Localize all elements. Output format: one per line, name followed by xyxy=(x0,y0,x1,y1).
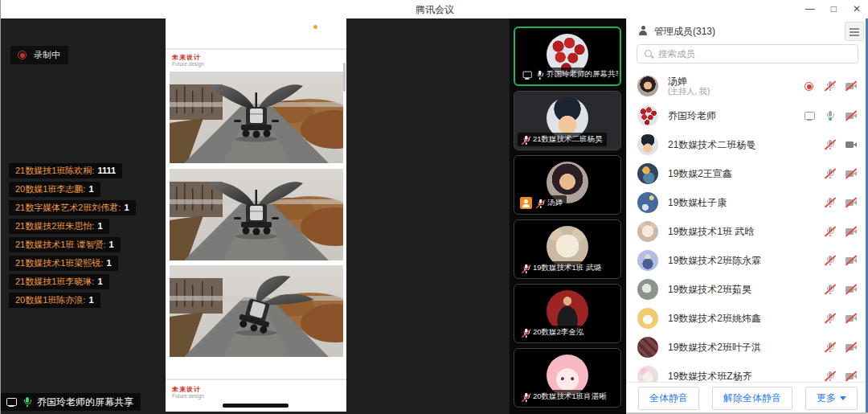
muted-slash xyxy=(845,371,858,381)
share-banner-label: 乔国玲老师的屏幕共享 xyxy=(37,396,133,409)
document-footer-heading: 未来设计 Future design xyxy=(172,386,204,400)
more-label: 更多 xyxy=(817,391,836,405)
chat-message: 21数媒技2班朱思怡1 xyxy=(9,219,109,234)
chat-text: 1 xyxy=(88,295,93,305)
mic-on-icon[interactable] xyxy=(824,110,837,122)
thumbnail-label: 21数媒技术二班杨昊 xyxy=(533,134,603,145)
mic-muted-icon[interactable] xyxy=(824,168,837,180)
tencent-meeting-window: 腾讯会议 — □ ✕ 未来设计 Future design xyxy=(0,0,868,414)
mic-muted-icon[interactable] xyxy=(824,255,837,267)
video-thumbnail[interactable]: 21数媒技术二班杨昊 xyxy=(514,91,621,150)
camera-muted-icon[interactable] xyxy=(845,284,858,296)
avatar xyxy=(637,163,658,184)
mic-muted-icon[interactable] xyxy=(824,139,837,151)
share-banner: 乔国玲老师的屏幕共享 xyxy=(1,393,141,411)
muted-slash xyxy=(845,313,858,323)
member-row[interactable]: 19数媒技术2班叶子淇 xyxy=(627,333,868,362)
chat-message: 21数媒技术1班梁熙锐1 xyxy=(9,256,118,271)
robot-photo-3 xyxy=(170,265,343,357)
member-name: 21数媒技术二班杨曼 xyxy=(668,139,814,150)
page-divider xyxy=(166,48,346,50)
mic-muted-icon xyxy=(521,264,530,273)
chat-message: 21数媒技1班陈欢桐1111 xyxy=(9,163,122,178)
mic-muted-icon[interactable] xyxy=(824,313,837,325)
chat-sender: 21数媒技2班朱思怡 xyxy=(15,221,97,231)
panel-menu-button[interactable] xyxy=(845,22,864,41)
video-thumbnail[interactable]: 汤婵 xyxy=(514,155,621,215)
unmute-all-button[interactable]: 解除全体静音 xyxy=(712,387,792,410)
document-heading: 未来设计 Future design xyxy=(172,54,204,68)
camera-muted-icon[interactable] xyxy=(845,255,858,267)
search-box[interactable] xyxy=(637,44,858,64)
member-row[interactable]: 汤婵 (主持人, 我) xyxy=(627,71,868,101)
window-title: 腾讯会议 xyxy=(1,3,868,17)
avatar xyxy=(637,279,658,300)
avatar xyxy=(637,192,658,213)
camera-muted-icon[interactable] xyxy=(845,80,858,92)
avatar xyxy=(637,221,658,242)
video-thumbnail-presenter[interactable]: 乔国玲老师的屏幕共享 xyxy=(514,27,621,86)
close-button[interactable]: ✕ xyxy=(853,0,861,18)
member-name: 汤婵 xyxy=(668,76,793,87)
avatar xyxy=(637,105,658,126)
thumbnail-label: 19数媒技术1班 武璐 xyxy=(533,263,601,273)
member-panel: 管理成员(313) 汤婵 (主持人, 我) xyxy=(626,18,868,414)
chat-text: 1 xyxy=(108,240,113,249)
camera-muted-icon[interactable] xyxy=(845,226,858,238)
mic-muted-icon[interactable] xyxy=(824,80,837,92)
muted-slash xyxy=(845,255,858,265)
mic-muted-icon[interactable] xyxy=(824,342,837,354)
video-thumbnail-strip: 乔国玲老师的屏幕共享 21数媒技术二班杨昊 汤婵 19数媒技术1班 武璐 xyxy=(510,18,626,414)
muted-slash xyxy=(845,284,858,294)
member-name: 19数媒2王宣鑫 xyxy=(668,168,814,179)
chat-sender: 21数媒技术1班 谭智贤 xyxy=(15,240,108,249)
mic-muted-icon xyxy=(521,135,530,144)
member-row[interactable]: 21数媒技术二班杨曼 xyxy=(627,130,868,159)
muted-slash xyxy=(845,197,858,207)
camera-muted-icon[interactable] xyxy=(845,197,858,209)
muted-slash xyxy=(845,226,858,236)
document-scrollbar[interactable] xyxy=(343,63,346,92)
camera-muted-icon[interactable] xyxy=(845,371,858,383)
camera-muted-icon[interactable] xyxy=(845,110,858,122)
member-row[interactable]: 乔国玲老师 xyxy=(627,101,868,130)
video-thumbnail[interactable]: 20数媒技术1班肖湛晰 xyxy=(514,348,621,408)
camera-muted-icon[interactable] xyxy=(845,342,858,354)
member-row[interactable]: 19数媒技术2班茹昊 xyxy=(627,275,868,304)
member-list: 汤婵 (主持人, 我) 乔国玲老师 xyxy=(627,71,868,382)
camera-off-icon[interactable] xyxy=(845,139,858,151)
muted-slash xyxy=(845,342,858,352)
more-button[interactable]: 更多 xyxy=(805,387,858,410)
member-row[interactable]: 19数媒技术2班陈永霖 xyxy=(627,246,868,275)
camera-muted-icon[interactable] xyxy=(845,313,858,325)
member-row[interactable]: 19数媒技术1班 武晗 xyxy=(627,217,868,246)
mic-muted-icon[interactable] xyxy=(824,197,837,209)
chat-sender: 21数媒技1班李晓琳 xyxy=(15,277,97,286)
member-row[interactable]: 19数媒杜子康 xyxy=(627,188,868,217)
member-row[interactable]: 19数媒技术班Z杨齐 xyxy=(627,362,868,382)
avatar xyxy=(637,366,658,382)
recording-icon xyxy=(803,80,816,92)
muted-slash xyxy=(845,168,858,178)
chat-text: 1111 xyxy=(97,166,116,175)
mic-muted-icon[interactable] xyxy=(824,284,837,296)
member-row[interactable]: 19数媒技术2班姚炜鑫 xyxy=(627,304,868,333)
video-thumbnail[interactable]: 19数媒技术1班 武璐 xyxy=(514,219,621,279)
mic-muted-icon[interactable] xyxy=(824,371,837,383)
mic-muted-icon[interactable] xyxy=(824,226,837,238)
screen-share-icon xyxy=(5,396,18,408)
camera-muted-icon[interactable] xyxy=(845,168,858,180)
titlebar: 腾讯会议 — □ ✕ xyxy=(1,0,868,18)
search-input[interactable] xyxy=(658,49,851,59)
maximize-button[interactable]: □ xyxy=(831,0,837,18)
video-thumbnail[interactable]: 20数媒2李金泓 xyxy=(514,284,621,343)
minimize-button[interactable]: — xyxy=(805,0,815,18)
panel-title: 管理成员(313) xyxy=(654,25,715,39)
mic-muted-icon xyxy=(535,199,544,207)
mute-all-button[interactable]: 全体静音 xyxy=(638,387,699,410)
member-row[interactable]: 19数媒2王宣鑫 xyxy=(627,159,868,188)
chat-text: 1 xyxy=(106,258,111,268)
heading-en: Future design xyxy=(172,61,204,68)
avatar xyxy=(637,308,658,329)
chat-sender: 20数媒1班李志鹏 xyxy=(15,184,88,194)
